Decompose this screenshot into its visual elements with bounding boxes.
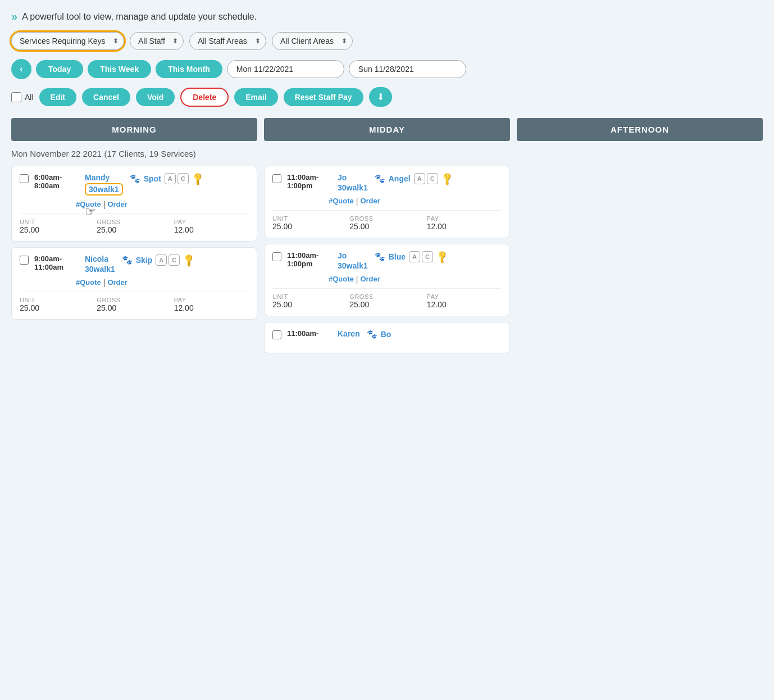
quote-link[interactable]: #Quote <box>76 200 101 209</box>
gross-value: 25.00 <box>97 303 171 312</box>
afternoon-column <box>517 166 763 353</box>
gross-col: GROSS 25.00 <box>349 293 424 309</box>
order-link[interactable]: Order <box>107 200 127 209</box>
gross-value: 25.00 <box>97 225 171 234</box>
staff-area-filter-wrap: All Staff Areas <box>189 32 266 50</box>
card-inner: Nicola 30walk1 🐾 Skip A C 🔑 <box>85 254 194 274</box>
staff-name-partial[interactable]: Karen <box>338 329 360 338</box>
filters-row: Services Requiring Keys All Staff All St… <box>11 32 763 50</box>
c-badge: C <box>427 173 438 184</box>
pet-name[interactable]: Angel <box>389 174 411 183</box>
service-card: 6:00am- 8:00am Mandy 30walk1 🐾 Spot A C <box>11 166 257 242</box>
card-pet-row: 🐾 Angel A C 🔑 <box>375 173 453 184</box>
staff-name[interactable]: Nicola <box>85 254 115 263</box>
card-pet-partial: 🐾 Bo <box>367 329 391 339</box>
order-link[interactable]: Order <box>107 278 127 287</box>
pay-value: 12.00 <box>427 300 502 309</box>
date-subtitle-text: (17 Clients, 19 Services) <box>104 149 195 158</box>
staff-name[interactable]: Mandy <box>85 173 123 182</box>
card-time: 11:00am- 1:00pm <box>287 251 332 268</box>
service-name[interactable]: 30walk1 <box>338 183 368 192</box>
c-badge: C <box>177 173 189 184</box>
this-month-button[interactable]: This Month <box>156 60 222 78</box>
paw-icon: 🐾 <box>130 174 140 184</box>
start-date-input[interactable] <box>227 60 344 78</box>
card-top: 11:00am- 1:00pm Jo 30walk1 🐾 Blue A C <box>272 251 502 270</box>
morning-column: 6:00am- 8:00am Mandy 30walk1 🐾 Spot A C <box>11 166 257 353</box>
card-checkbox[interactable] <box>20 256 29 265</box>
card-staff-service: Mandy 30walk1 <box>85 173 123 196</box>
cancel-button[interactable]: Cancel <box>82 88 130 106</box>
nav-row: ‹ Today This Week This Month <box>11 59 763 79</box>
service-name[interactable]: 30walk1 <box>85 265 115 274</box>
back-button[interactable]: ‹ <box>11 59 31 79</box>
ac-badges: A C <box>409 251 433 262</box>
a-badge: A <box>165 173 176 184</box>
page-description: » A powerful tool to view, manage and up… <box>11 10 763 23</box>
quote-link[interactable]: #Quote <box>329 275 354 284</box>
delete-button[interactable]: Delete <box>180 88 229 107</box>
staff-name[interactable]: Jo <box>338 173 368 182</box>
chevron-icon: » <box>11 10 17 23</box>
email-button[interactable]: Email <box>234 88 277 106</box>
pet-name[interactable]: Skip <box>136 256 153 265</box>
paw-icon: 🐾 <box>122 255 133 265</box>
card-checkbox[interactable] <box>20 174 29 183</box>
pay-value: 12.00 <box>174 225 249 234</box>
card-time: 11:00am- 1:00pm <box>287 173 332 190</box>
unit-col: UNIT 25.00 <box>272 215 347 231</box>
card-inner: Jo 30walk1 🐾 Angel A C 🔑 <box>338 173 453 192</box>
edit-button[interactable]: Edit <box>39 88 76 106</box>
today-button[interactable]: Today <box>36 60 83 78</box>
key-icon: 🔑 <box>190 171 206 187</box>
staff-filter[interactable]: All Staff <box>130 32 184 50</box>
a-badge: A <box>156 254 167 266</box>
card-checkbox[interactable] <box>272 252 281 261</box>
service-filter[interactable]: Services Requiring Keys <box>11 32 124 50</box>
c-badge: C <box>422 251 433 262</box>
service-card: 11:00am- 1:00pm Jo 30walk1 🐾 Blue A C <box>264 244 510 316</box>
this-week-button[interactable]: This Week <box>88 60 151 78</box>
unit-value: 25.00 <box>20 225 94 234</box>
pet-name[interactable]: Blue <box>389 252 406 261</box>
service-filter-wrap: Services Requiring Keys <box>11 32 124 50</box>
all-label: All <box>25 93 34 102</box>
client-area-filter-wrap: All Client Areas <box>272 32 353 50</box>
midday-column: 11:00am- 1:00pm Jo 30walk1 🐾 Angel A C <box>264 166 510 353</box>
paw-icon: 🐾 <box>375 174 385 184</box>
order-link[interactable]: Order <box>360 197 380 206</box>
card-time-partial: 11:00am- <box>287 329 332 338</box>
actions-row: All Edit Cancel Void Delete Email Reset … <box>11 87 763 107</box>
client-area-filter[interactable]: All Client Areas <box>272 32 353 50</box>
download-button[interactable]: ⬇ <box>369 87 392 107</box>
quote-link[interactable]: #Quote <box>76 278 101 287</box>
void-button[interactable]: Void <box>136 88 175 106</box>
select-all-checkbox[interactable] <box>11 92 21 102</box>
end-date-input[interactable] <box>349 60 466 78</box>
service-name[interactable]: 30walk1 <box>338 261 368 270</box>
card-checkbox[interactable] <box>272 174 281 183</box>
pet-name-partial[interactable]: Bo <box>381 330 391 339</box>
staff-area-filter[interactable]: All Staff Areas <box>189 32 266 50</box>
unit-label: UNIT 25.00 <box>20 219 94 234</box>
gross-col: GROSS 25.00 <box>349 215 424 231</box>
quote-link[interactable]: #Quote <box>329 197 354 206</box>
pet-name[interactable]: Spot <box>144 174 161 183</box>
card-links: #Quote | Order <box>329 275 502 284</box>
schedule-grid: 6:00am- 8:00am Mandy 30walk1 🐾 Spot A C <box>11 166 763 353</box>
reset-staff-pay-button[interactable]: Reset Staff Pay <box>284 88 363 106</box>
unit-col: UNIT 25.00 <box>20 297 94 312</box>
pay-col: PAY 12.00 <box>174 297 249 312</box>
card-checkbox[interactable] <box>272 330 281 339</box>
staff-name[interactable]: Jo <box>338 251 368 260</box>
unit-value: 25.00 <box>20 303 94 312</box>
service-name[interactable]: 30walk1 <box>85 183 123 196</box>
card-financials: UNIT 25.00 GROSS 25.00 PAY 12.00 <box>272 210 502 231</box>
a-badge: A <box>409 251 420 262</box>
card-inner-partial: Karen 🐾 Bo <box>338 329 391 342</box>
ac-badges: A C <box>165 173 189 184</box>
a-badge: A <box>414 173 425 184</box>
order-link[interactable]: Order <box>360 275 380 284</box>
date-section-title: Mon November 22 2021 (17 Clients, 19 Ser… <box>11 149 763 159</box>
c-badge: C <box>169 254 180 266</box>
